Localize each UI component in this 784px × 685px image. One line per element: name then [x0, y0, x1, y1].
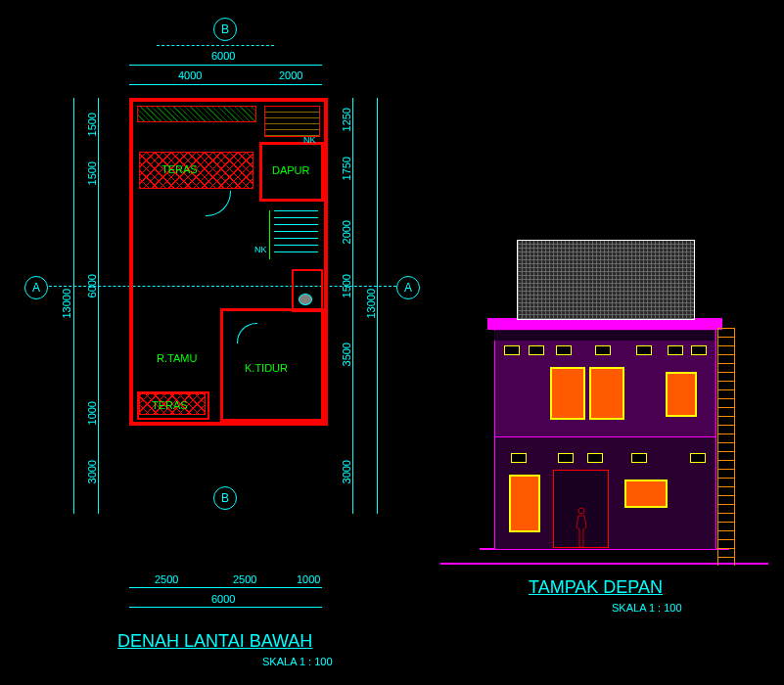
dim-right-s6: 3000: [341, 460, 352, 483]
vent-l5: [690, 453, 706, 463]
stairs: [274, 210, 318, 258]
dim-left-s4: 1000: [86, 401, 98, 425]
dim-bottom-total: 6000: [211, 593, 235, 605]
floorplan-container: B B A A 6000 4000 2000 13000 1500 1500 6…: [0, 0, 421, 685]
vent-l1: [511, 453, 527, 463]
dim-right-s3: 2000: [341, 220, 352, 244]
dim-top-right: 2000: [279, 69, 302, 81]
dim-right-total-line: [377, 98, 378, 514]
dim-top-total-line: [129, 65, 322, 66]
vent-l4: [631, 453, 647, 463]
dim-right-s1: 1250: [341, 108, 352, 131]
dim-top-sub-line: [129, 84, 322, 85]
vent-1: [504, 345, 520, 355]
dim-left-s3: 6000: [86, 274, 98, 297]
vent-4: [595, 345, 611, 355]
floorplan-title: DENAH LANTAI BAWAH: [117, 631, 312, 652]
section-b-top: B: [213, 18, 237, 41]
elevation-scale: SKALA 1 : 100: [612, 602, 682, 614]
window-upper-2: [589, 367, 624, 420]
vent-l3: [587, 453, 603, 463]
dim-left-s5: 3000: [86, 460, 98, 483]
vent-l2: [558, 453, 574, 463]
section-a-left: A: [24, 276, 48, 299]
section-b-bottom: B: [213, 486, 237, 510]
dim-bottom-sub-line: [129, 587, 322, 588]
dim-right-total: 13000: [365, 289, 377, 319]
vent-2: [529, 345, 544, 355]
window-lower-1: [509, 475, 540, 532]
dim-left-s1: 1500: [86, 113, 98, 136]
wc-icon: [299, 294, 312, 305]
dim-bottom-s2: 2500: [233, 573, 256, 585]
vent-3: [556, 345, 572, 355]
window-lower-2: [624, 480, 668, 508]
elev-cornice: [494, 331, 715, 341]
dim-bottom-s3: 1000: [297, 573, 320, 585]
vent-7: [691, 345, 707, 355]
hatch-top: [137, 106, 256, 122]
label-nk1: NK: [303, 135, 316, 145]
person-icon: [570, 504, 593, 558]
label-teras2: TERAS: [152, 399, 188, 411]
elevation-container: TAMPAK DEPAN SKALA 1 : 100: [440, 215, 773, 665]
dim-left-total-line: [73, 98, 74, 514]
stair-arrow: [269, 210, 270, 259]
dim-left-total: 13000: [61, 289, 72, 319]
window-upper-3: [666, 372, 697, 417]
section-line-b: [157, 45, 274, 46]
dim-left-s2: 1500: [86, 161, 98, 185]
dim-left-sub-line: [98, 98, 99, 514]
dim-top-left: 4000: [178, 69, 202, 81]
elevation-title: TAMPAK DEPAN: [529, 577, 663, 598]
dim-right-s2: 1750: [341, 157, 352, 180]
label-nk2: NK: [254, 245, 267, 254]
window-upper-1: [550, 367, 585, 420]
dim-right-s4: 1500: [341, 274, 352, 297]
label-rtamu: R.TAMU: [157, 352, 197, 364]
floorplan-scale: SKALA 1 : 100: [262, 656, 333, 667]
dim-right-s5: 3500: [341, 342, 352, 366]
bathroom-box: [292, 269, 323, 312]
dim-bottom-s1: 2500: [155, 573, 178, 585]
label-teras1: TERAS: [161, 163, 198, 175]
section-a-right: A: [396, 276, 420, 299]
vent-6: [668, 345, 683, 355]
dim-right-sub-line: [352, 98, 353, 514]
vent-5: [636, 345, 652, 355]
wall-dapur-top: [262, 98, 321, 102]
hatch-dapur-top: [264, 106, 320, 137]
label-ktidur: K.TIDUR: [245, 362, 288, 374]
dim-top-total: 6000: [211, 50, 235, 62]
ladder: [717, 328, 735, 566]
elev-roof: [517, 240, 695, 320]
label-dapur: DAPUR: [272, 164, 310, 176]
dim-bottom-total-line: [129, 607, 322, 608]
